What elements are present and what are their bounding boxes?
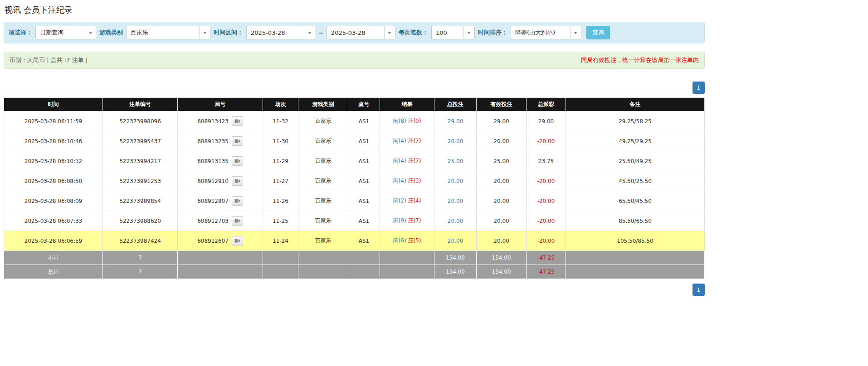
- cell-game-type: 百家乐: [298, 231, 348, 251]
- summary-payout: -47.25: [527, 265, 566, 279]
- summary-empty-cell: [348, 251, 380, 265]
- search-button[interactable]: 查询: [586, 26, 610, 39]
- video-replay-icon[interactable]: [232, 216, 243, 226]
- notice-bar: 币别：人民币 | 总共 :7 注单 | 同局有效投注，统一计算在该局第一张注单内: [4, 52, 705, 69]
- table-body: 2025-03-28 06:11:59522373998096608913423…: [4, 111, 705, 279]
- summary-count: 7: [103, 265, 178, 279]
- column-header: 注单编号: [103, 98, 178, 111]
- cell-round: 608912703: [178, 211, 263, 231]
- time-sort-value: 降幂(由大到小): [511, 26, 570, 39]
- total-bet-link[interactable]: 25.00: [448, 158, 463, 164]
- summary-total-bet: 154.00: [434, 251, 477, 265]
- column-header: 备注: [566, 98, 705, 111]
- column-header: 有效投注: [477, 98, 527, 111]
- video-replay-icon[interactable]: [232, 116, 243, 126]
- cell-round: 608912807: [178, 191, 263, 211]
- cell-result: 闲(4) 庄(7): [380, 151, 434, 171]
- cell-result: 闲(2) 庄(4): [380, 191, 434, 211]
- summary-empty-cell: [380, 251, 434, 265]
- time-sort-select[interactable]: 降幂(由大到小): [511, 26, 581, 39]
- currency-summary-text: 币别：人民币 | 总共 :7 注单 |: [10, 56, 88, 64]
- cell-session: 11-27: [263, 171, 298, 191]
- table-row: 2025-03-28 06:11:59522373998096608913423…: [4, 111, 705, 131]
- cell-total-bet: 25.00: [434, 151, 477, 171]
- result-banker: 庄(0): [408, 118, 421, 124]
- total-bet-link[interactable]: 20.00: [448, 178, 463, 184]
- video-camera-glyph: [234, 218, 240, 223]
- summary-empty-cell: [263, 265, 298, 279]
- video-replay-icon[interactable]: [232, 136, 243, 146]
- summary-empty-cell: [263, 251, 298, 265]
- time-range-label: 时间区间：: [214, 29, 243, 37]
- cell-result: 闲(6) 庄(5): [380, 231, 434, 251]
- result-banker: 庄(7): [408, 158, 421, 164]
- chevron-down-icon[interactable]: [304, 26, 315, 39]
- result-player: 闲(4): [393, 178, 406, 184]
- cell-payout: 29.00: [527, 111, 566, 131]
- date-to-value: 2025-03-28: [327, 26, 384, 39]
- summary-empty-cell: [348, 265, 380, 279]
- caret-glyph: [388, 32, 391, 34]
- cell-bet-id: 522373991253: [103, 171, 178, 191]
- cell-bet-id: 522373989854: [103, 191, 178, 211]
- chevron-down-icon[interactable]: [463, 26, 474, 39]
- cell-remark: 49.25/29.25: [566, 131, 705, 151]
- cell-round: 608912910: [178, 171, 263, 191]
- result-banker: 庄(3): [408, 178, 421, 184]
- pagination-top: 1: [4, 82, 705, 94]
- result-player: 闲(2): [393, 197, 406, 204]
- video-replay-icon[interactable]: [232, 156, 243, 166]
- cell-result: 闲(4) 庄(7): [380, 131, 434, 151]
- cell-valid-bet: 29.00: [477, 111, 527, 131]
- total-bet-link[interactable]: 29.00: [448, 118, 463, 125]
- round-number: 608912910: [197, 178, 229, 184]
- cell-valid-bet: 25.00: [477, 151, 527, 171]
- total-bet-link[interactable]: 20.00: [448, 198, 463, 204]
- column-header: 游戏类别: [298, 98, 348, 111]
- query-type-label: 请选择：: [9, 29, 32, 37]
- column-header: 结果: [380, 98, 434, 111]
- cell-total-bet: 29.00: [434, 111, 477, 131]
- total-bet-link[interactable]: 20.00: [448, 238, 463, 244]
- page-button-1[interactable]: 1: [692, 82, 705, 94]
- cell-game-type: 百家乐: [298, 211, 348, 231]
- video-camera-glyph: [234, 139, 240, 144]
- result-banker: 庄(5): [408, 237, 421, 244]
- date-to-input[interactable]: 2025-03-28: [327, 26, 395, 39]
- cell-valid-bet: 20.00: [477, 211, 527, 231]
- column-header: 时间: [4, 98, 103, 111]
- page-button-1[interactable]: 1: [692, 284, 705, 296]
- summary-row: 总计7154.00154.00-47.25: [4, 265, 705, 279]
- game-type-select[interactable]: 百家乐: [126, 26, 210, 39]
- total-bet-link[interactable]: 20.00: [448, 218, 463, 224]
- filter-bar: 请选择： 日期查询 游戏类别 百家乐 时间区间： 2025-03-28 ~ 20…: [4, 22, 705, 43]
- cell-remark: 105.50/85.50: [566, 231, 705, 251]
- chevron-down-icon[interactable]: [384, 26, 395, 39]
- page-title: 视讯 会员下注纪录: [5, 5, 705, 15]
- video-replay-icon[interactable]: [232, 176, 243, 186]
- round-number: 608913423: [197, 118, 229, 125]
- caret-glyph: [308, 32, 312, 34]
- cell-payout: -20.00: [527, 191, 566, 211]
- date-from-input[interactable]: 2025-03-28: [246, 26, 315, 39]
- cell-round: 608912607: [178, 231, 263, 251]
- video-replay-icon[interactable]: [232, 236, 243, 246]
- cell-remark: 25.50/49.25: [566, 151, 705, 171]
- chevron-down-icon[interactable]: [570, 26, 581, 39]
- query-type-select[interactable]: 日期查询: [35, 26, 96, 39]
- summary-empty-cell: [380, 265, 434, 279]
- cell-result: 闲(4) 庄(3): [380, 171, 434, 191]
- chevron-down-icon[interactable]: [85, 26, 96, 39]
- chevron-down-icon[interactable]: [199, 26, 210, 39]
- result-player: 闲(4): [393, 158, 406, 164]
- cell-valid-bet: 20.00: [477, 131, 527, 151]
- summary-total-bet: 154.00: [434, 265, 477, 279]
- cell-remark: 65.50/45.50: [566, 191, 705, 211]
- cell-round: 608913135: [178, 151, 263, 171]
- summary-empty-cell: [178, 265, 263, 279]
- page-size-label: 每页笔数：: [399, 29, 428, 37]
- total-bet-link[interactable]: 20.00: [448, 138, 463, 144]
- page-size-select[interactable]: 100: [431, 26, 475, 39]
- video-replay-icon[interactable]: [232, 196, 243, 206]
- cell-total-bet: 20.00: [434, 171, 477, 191]
